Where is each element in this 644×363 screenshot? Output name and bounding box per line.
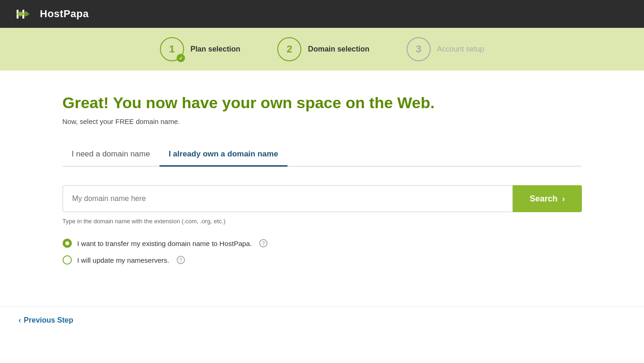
domain-input[interactable]	[63, 185, 513, 212]
step-3: 3 Account setup	[407, 37, 484, 61]
step-2-number: 2	[287, 43, 292, 55]
radio-nameservers-label: I will update my nameservers.	[77, 256, 169, 264]
steps-bar: 1 Plan selection 2 Domain selection 3 Ac…	[0, 28, 644, 71]
tab-need-domain[interactable]: I need a domain name	[63, 144, 159, 167]
search-button-arrow-icon: ›	[562, 194, 565, 204]
domain-hint: Type in the domain name with the extensi…	[63, 218, 582, 225]
domain-tabs: I need a domain name I already own a dom…	[63, 144, 582, 167]
radio-transfer-label: I want to transfer my existing domain na…	[77, 240, 252, 247]
hostpapa-logo-icon: H	[14, 4, 34, 24]
step-2-label: Domain selection	[308, 45, 369, 53]
step-1: 1 Plan selection	[160, 37, 241, 61]
step-1-number: 1	[169, 43, 175, 55]
search-button-label: Search	[529, 194, 557, 204]
step-3-circle: 3	[407, 37, 431, 61]
radio-group: I want to transfer my existing domain na…	[63, 239, 582, 265]
radio-nameservers-circle	[63, 255, 72, 265]
radio-nameservers[interactable]: I will update my nameservers. ?	[63, 255, 582, 265]
radio-transfer-help-icon[interactable]: ?	[259, 239, 268, 247]
page-headline: Great! You now have your own space on th…	[63, 94, 582, 112]
radio-nameservers-help-icon[interactable]: ?	[177, 256, 185, 264]
main-content: Great! You now have your own space on th…	[44, 71, 600, 306]
radio-transfer[interactable]: I want to transfer my existing domain na…	[63, 239, 582, 248]
page-subtext: Now, select your FREE domain name.	[63, 117, 582, 125]
radio-transfer-circle	[63, 239, 72, 248]
step-3-number: 3	[416, 43, 421, 55]
prev-step-button[interactable]: ‹ Previous Step	[19, 316, 73, 324]
site-header: H HostPapa	[0, 0, 644, 28]
step-1-circle: 1	[160, 37, 184, 61]
step-1-checkmark	[177, 54, 185, 62]
step-3-name: Account setup	[437, 45, 484, 53]
logo-area: H HostPapa	[14, 4, 89, 24]
domain-input-row: Search ›	[63, 185, 582, 212]
footer-nav: ‹ Previous Step	[0, 306, 644, 334]
logo-text: HostPapa	[40, 8, 89, 20]
prev-step-arrow-icon: ‹	[19, 316, 21, 324]
step-2-circle: 2	[277, 37, 301, 61]
step-2-name: Domain selection	[308, 45, 369, 53]
step-2: 2 Domain selection	[277, 37, 369, 61]
step-3-label: Account setup	[437, 45, 484, 53]
step-1-label: Plan selection	[191, 45, 241, 53]
step-1-name: Plan selection	[191, 45, 241, 53]
tab-own-domain[interactable]: I already own a domain name	[159, 144, 287, 167]
prev-step-label: Previous Step	[24, 316, 73, 324]
search-button[interactable]: Search ›	[513, 185, 581, 212]
